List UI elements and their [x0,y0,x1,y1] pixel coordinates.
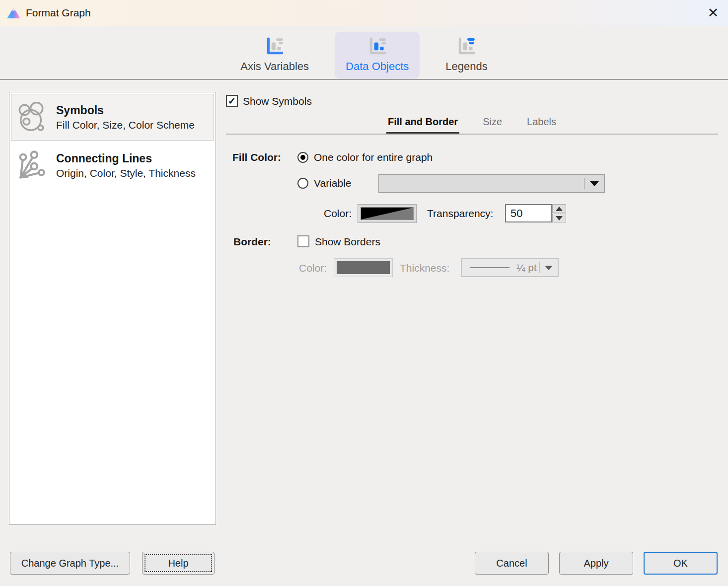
window-title: Format Graph [26,7,91,19]
one-color-radio[interactable] [297,152,308,163]
tab-label: Legends [445,60,487,73]
border-color-label: Color: [276,262,327,275]
nav-tabs: Axis Variables Data Objects Legends [0,32,728,79]
show-symbols-label: Show Symbols [243,95,312,108]
thickness-dropdown: ¼ pt [461,258,559,277]
transparency-input[interactable] [505,204,552,222]
axis-variables-icon [264,37,286,58]
button-label: Help [168,558,188,569]
tab-label: Axis Variables [240,60,309,73]
thickness-label: Thickness: [400,262,449,275]
spinner-down-button[interactable] [552,214,566,222]
button-label: Change Graph Type... [21,558,119,569]
sidebar-item-subtitle: Fill Color, Size, Color Scheme [56,119,195,131]
tab-label: Labels [527,116,556,127]
nav-separator [0,79,728,80]
button-label: Cancel [496,558,527,569]
sidebar-item-subtitle: Origin, Color, Style, Thickness [56,167,196,179]
arrow-down-icon [556,216,563,220]
border-color-swatch [334,258,393,277]
button-label: Apply [583,558,608,569]
variable-radio[interactable] [297,178,308,189]
spinner-up-button[interactable] [552,204,566,213]
title-bar: Format Graph ✕ [0,0,728,26]
variable-label: Variable [314,177,352,190]
data-objects-icon [366,37,388,58]
connecting-lines-icon [15,150,48,181]
checkmark-icon: ✓ [228,96,236,106]
arrow-up-icon [556,207,563,211]
sidebar: Symbols Fill Color, Size, Color Scheme [9,92,216,525]
legends-icon [455,37,477,58]
one-color-label: One color for entire graph [314,151,433,164]
tab-size[interactable]: Size [481,113,504,135]
show-symbols-checkbox[interactable]: ✓ [226,95,238,107]
chevron-down-icon [545,266,553,270]
tab-label: Data Objects [346,60,409,73]
thickness-value: ¼ pt [516,262,539,274]
variable-dropdown[interactable] [378,174,605,193]
transparency-label: Transparency: [427,207,493,220]
format-graph-dialog: Format Graph ✕ Axis Variables [0,0,728,586]
show-borders-label: Show Borders [315,235,380,248]
line-thickness-sample [470,267,510,268]
sidebar-item-title: Symbols [56,104,195,117]
panel-tabs-rule [226,134,718,135]
sidebar-item-connecting-lines[interactable]: Connecting Lines Origin, Color, Style, T… [11,142,214,189]
tab-axis-variables[interactable]: Axis Variables [229,32,320,79]
chevron-down-icon [590,181,599,186]
close-button[interactable]: ✕ [698,0,728,26]
prism-logo-icon [7,7,20,18]
apply-button[interactable]: Apply [559,552,633,575]
tab-labels[interactable]: Labels [525,113,558,135]
sidebar-item-symbols[interactable]: Symbols Fill Color, Size, Color Scheme [11,94,214,141]
tab-label: Size [483,116,502,127]
tab-fill-and-border[interactable]: Fill and Border [386,113,459,135]
symbols-icon [15,102,48,133]
tab-data-objects[interactable]: Data Objects [335,32,420,79]
fill-color-swatch[interactable] [358,204,417,223]
tab-legends[interactable]: Legends [435,32,498,79]
show-borders-checkbox[interactable]: ✓ [297,235,309,247]
close-icon: ✕ [708,5,719,21]
tab-label: Fill and Border [388,116,458,127]
transparency-spinner [552,204,566,222]
button-label: OK [673,558,688,569]
help-button[interactable]: Help [142,552,215,575]
border-section-label: Border: [233,235,271,248]
change-graph-type-button[interactable]: Change Graph Type... [10,552,130,575]
sidebar-item-title: Connecting Lines [56,152,196,165]
fill-color-label: Color: [298,207,352,220]
panel-tabs: Fill and Border Size Labels [226,113,718,135]
ok-button[interactable]: OK [644,552,718,575]
cancel-button[interactable]: Cancel [475,552,549,575]
fill-color-section-label: Fill Color: [232,151,281,164]
